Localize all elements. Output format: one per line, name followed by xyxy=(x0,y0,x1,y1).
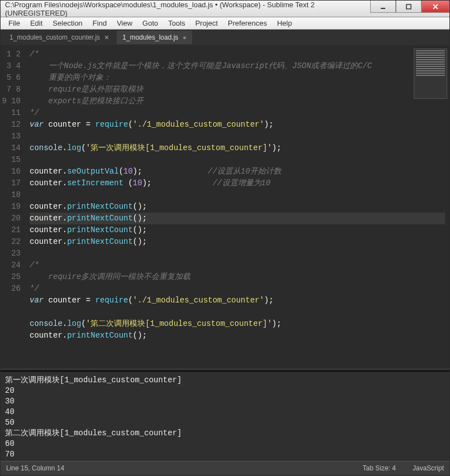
tab-bar: 1_modules_custom_counter.js × 1_modules_… xyxy=(1,30,449,45)
menu-find[interactable]: Find xyxy=(88,18,111,28)
tab-close-icon[interactable]: × xyxy=(104,33,109,42)
minimap[interactable] xyxy=(414,49,447,99)
status-bar: Line 15, Column 14 Tab Size: 4 JavaScrip… xyxy=(1,461,449,474)
editor[interactable]: 1 2 3 4 5 6 7 8 9 10 11 12 13 14 15 16 1… xyxy=(1,45,449,369)
maximize-icon xyxy=(405,3,412,10)
close-button[interactable] xyxy=(422,1,449,13)
window-controls xyxy=(370,1,449,17)
tab-label: 1_modules_custom_counter.js xyxy=(9,33,100,41)
minimize-icon xyxy=(380,3,386,10)
tab-label: 1_modules_load.js xyxy=(122,33,178,41)
status-position[interactable]: Line 15, Column 14 xyxy=(6,464,64,472)
window-title: C:\Program Files\nodejs\Workspace\module… xyxy=(5,1,370,17)
window-titlebar: C:\Program Files\nodejs\Workspace\module… xyxy=(1,1,449,17)
menu-project[interactable]: Project xyxy=(191,18,222,28)
svg-rect-1 xyxy=(406,4,411,9)
menu-bar: File Edit Selection Find View Goto Tools… xyxy=(1,17,449,30)
close-icon xyxy=(432,3,439,10)
menu-view[interactable]: View xyxy=(112,18,137,28)
menu-help[interactable]: Help xyxy=(272,18,296,28)
minimize-button[interactable] xyxy=(370,1,396,13)
build-output[interactable]: 第一次调用模块[1_modules_custom_counter] 20 30 … xyxy=(1,372,449,461)
maximize-button[interactable] xyxy=(396,1,422,13)
menu-edit[interactable]: Edit xyxy=(26,18,47,28)
line-gutter: 1 2 3 4 5 6 7 8 9 10 11 12 13 14 15 16 1… xyxy=(1,45,25,369)
menu-selection[interactable]: Selection xyxy=(48,18,87,28)
menu-goto[interactable]: Goto xyxy=(138,18,162,28)
menu-preferences[interactable]: Preferences xyxy=(223,18,271,28)
menu-file[interactable]: File xyxy=(4,18,25,28)
status-syntax[interactable]: JavaScript xyxy=(413,464,444,472)
tab-1[interactable]: 1_modules_custom_counter.js × xyxy=(4,31,114,44)
menu-tools[interactable]: Tools xyxy=(164,18,189,28)
code-area[interactable]: /* 一个Node.js文件就是一个模块，这个文件可能是Javascript代码… xyxy=(25,45,449,369)
tab-dirty-icon: ● xyxy=(183,34,186,41)
tab-2[interactable]: 1_modules_load.js ● xyxy=(117,31,192,44)
status-tabsize[interactable]: Tab Size: 4 xyxy=(363,464,396,472)
